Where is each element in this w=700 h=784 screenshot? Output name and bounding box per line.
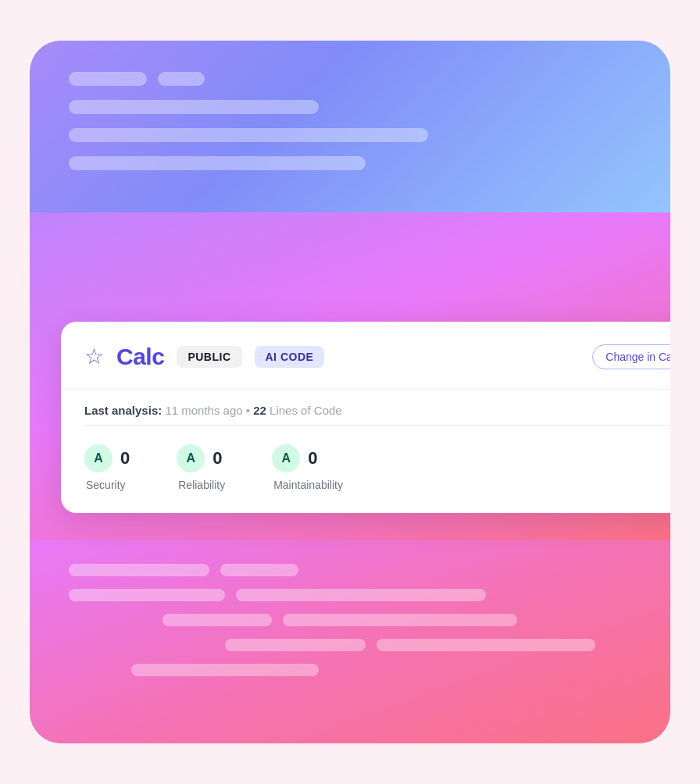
skeleton-line-pink [236,589,486,601]
star-icon[interactable]: ☆ [84,346,104,368]
ai-code-badge: AI CODE [255,346,325,368]
security-grade-badge: A [84,444,112,472]
skeleton-row-2 [69,100,631,114]
last-analysis-time: 11 months ago [165,404,242,417]
skeleton-line-pink [220,564,298,576]
metric-security-top: A 0 [84,444,130,472]
card-header: ☆ Calc PUBLIC AI CODE Change in Calc [61,322,670,390]
visibility-badge: PUBLIC [177,346,241,368]
bottom-skeleton-row-2 [69,589,631,601]
skeleton-line [69,100,319,114]
top-section [30,41,670,212]
skeleton-line [69,156,366,170]
app-container: ☆ Calc PUBLIC AI CODE Change in Calc Las… [30,41,670,743]
last-analysis-label: Last analysis: [84,404,162,417]
skeleton-row-4 [69,156,631,170]
skeleton-line-pink [283,614,517,626]
lines-count: 22 [253,404,266,417]
card-metrics: A 0 Security A 0 Reliability A 0 [61,426,670,513]
skeleton-line [158,72,205,86]
bottom-skeleton-row-3 [69,614,631,626]
card-meta: Last analysis: 11 months ago • 22 Lines … [61,390,670,425]
security-count: 0 [120,448,130,469]
middle-section: ☆ Calc PUBLIC AI CODE Change in Calc Las… [30,212,670,540]
bottom-skeleton-row-4 [69,639,631,651]
bullet-separator: • [246,404,253,417]
metric-reliability-top: A 0 [177,444,225,472]
skeleton-line-pink [69,564,209,576]
lines-suffix: Lines of Code [270,404,342,417]
bottom-section [30,540,670,743]
skeleton-line [69,72,147,86]
metric-security: A 0 Security [84,444,130,491]
project-card: ☆ Calc PUBLIC AI CODE Change in Calc Las… [61,322,670,513]
metric-maintainability-top: A 0 [272,444,343,472]
metric-maintainability: A 0 Maintainability [272,444,343,491]
skeleton-line-pink [131,664,319,676]
reliability-count: 0 [212,448,222,469]
skeleton-line-pink [162,614,272,626]
skeleton-line-pink [69,589,225,601]
skeleton-line-pink [377,639,595,651]
skeleton-line-pink [225,639,366,651]
change-button[interactable]: Change in Calc [592,344,670,369]
maintainability-count: 0 [308,448,317,469]
reliability-grade-badge: A [177,444,205,472]
security-label: Security [84,479,130,491]
project-name: Calc [116,344,164,370]
bottom-skeleton-row-1 [69,564,631,576]
skeleton-row-3 [69,128,631,142]
maintainability-grade-badge: A [272,444,300,472]
skeleton-row-1 [69,72,631,86]
reliability-label: Reliability [177,479,225,491]
maintainability-label: Maintainability [272,479,343,491]
skeleton-line [69,128,428,142]
bottom-skeleton-row-5 [69,664,631,676]
metric-reliability: A 0 Reliability [177,444,225,491]
